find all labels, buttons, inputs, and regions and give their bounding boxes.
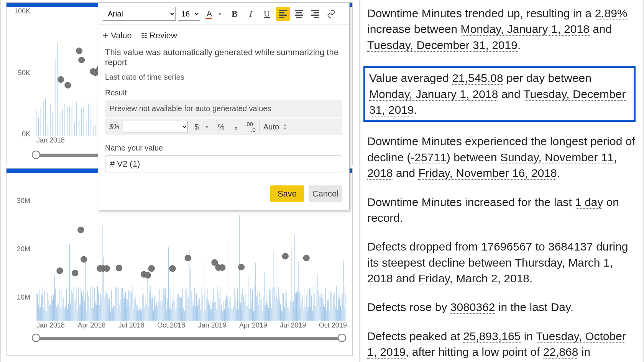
editor-subdescription: Last date of time series [105,73,342,82]
slider-handle-left[interactable] [32,151,40,159]
svg-point-727 [282,253,288,259]
currency-button[interactable]: $ [191,121,202,133]
name-label: Name your value [105,144,342,152]
chart1-y-axis: 100K 50K 0K [10,7,30,138]
result-preview: Preview not available for auto generated… [105,100,342,117]
narrative-paragraph: Defects dropped from 17696567 to 3684137… [367,239,636,286]
plus-icon: + [103,29,108,41]
result-label: Result [105,88,342,97]
underline-button[interactable]: U [260,7,274,21]
narrative-paragraph-selected[interactable]: Value averaged 21,545.08 per day between… [363,66,636,122]
bold-button[interactable]: B [228,7,242,21]
narrative-paragraph: Downtime Minutes increased for the last … [367,194,636,226]
svg-point-710 [57,268,63,274]
narrative-paragraph: Defects rose by 3080362 in the last Day. [367,299,636,315]
editor-tabs: + Value ☷ Review [98,25,349,44]
svg-point-723 [212,259,218,265]
font-size-select[interactable]: 16 [178,7,200,21]
text-toolbar: Arial 16 A ▾ B I U [98,3,349,25]
svg-point-717 [116,265,122,271]
svg-point-721 [169,265,176,272]
chevron-down-icon: ▼ [283,127,287,131]
chart2-x-axis: Jan 2018 Apr 2018 Jul 2018 Oct 2018 Jan … [35,321,348,329]
chevron-down-icon[interactable]: ▾ [205,124,212,130]
font-color-button[interactable]: A [202,7,216,21]
chart2-range-slider[interactable] [33,337,345,340]
decimals-button[interactable]: .00→.0 [245,121,256,133]
list-icon: ☷ [141,31,147,40]
svg-point-712 [78,227,84,233]
value-editor-panel: Arial 16 A ▾ B I U [98,3,350,210]
svg-point-728 [303,255,309,261]
narrative-paragraph: Downtime Minutes trended up, resulting i… [367,5,636,53]
thousands-button[interactable]: , [230,121,242,133]
align-center-button[interactable] [292,7,306,21]
slider-handle-right[interactable] [338,334,346,342]
svg-point-180 [58,77,64,83]
percent-button[interactable]: % [215,121,227,133]
svg-point-182 [76,48,82,54]
svg-point-719 [145,272,151,278]
format-toolbar: $% $ ▾ % , .00→.0 Auto ▲ ▼ [105,118,342,135]
format-prefix-icon: $% [109,123,120,131]
svg-point-713 [81,256,87,262]
chevron-down-icon[interactable]: ▾ [219,11,225,17]
font-family-select[interactable]: Arial [103,7,176,21]
italic-button[interactable]: I [244,7,258,21]
tab-value[interactable]: + Value [103,29,132,41]
cancel-button[interactable]: Cancel [309,185,342,202]
save-button[interactable]: Save [270,185,304,202]
narrative-panel: Downtime Minutes trended up, resulting i… [360,0,644,362]
narrative-paragraph: Defects peaked at 25,893,165 in Tuesday,… [367,328,636,362]
svg-point-711 [72,270,78,276]
link-button[interactable] [324,7,338,21]
slider-handle-left[interactable] [32,334,40,342]
value-name-input[interactable] [105,156,342,172]
auto-format-control[interactable]: Auto ▲ ▼ [259,121,291,133]
align-left-button[interactable] [276,7,290,21]
svg-point-720 [148,265,154,272]
svg-point-726 [238,264,245,270]
svg-point-716 [104,265,110,272]
tab-review[interactable]: ☷ Review [141,29,177,41]
svg-point-725 [219,264,225,270]
svg-point-183 [79,57,85,63]
narrative-paragraph: Downtime Minutes experienced the longest… [367,133,636,181]
format-type-select[interactable] [123,121,188,133]
chart2-y-axis: 30M 20M 10M [10,177,30,321]
svg-point-181 [65,82,71,88]
align-right-button[interactable] [308,7,322,21]
editor-description: This value was automatically generated w… [105,48,342,67]
svg-point-722 [185,255,191,261]
